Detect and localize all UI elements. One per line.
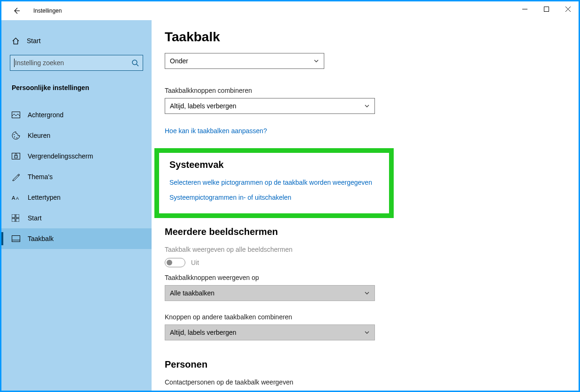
svg-rect-7 [15,156,17,158]
sidebar-item-colors[interactable]: Kleuren [1,125,152,146]
show-buttons-on-dropdown[interactable]: Alle taakbalken [165,285,375,301]
dropdown-value: Altijd, labels verbergen [170,329,237,336]
taskbar-icon [12,234,21,243]
svg-rect-11 [16,214,19,218]
back-button[interactable] [11,5,22,16]
sidebar-item-start[interactable]: Start [1,208,152,228]
svg-point-5 [16,137,17,138]
help-link[interactable]: Hoe kan ik taakbalken aanpassen? [165,127,267,135]
chevron-down-icon [364,290,370,296]
close-icon [565,7,571,12]
systray-system-icons-link[interactable]: Systeempictogrammen in- of uitschakelen [169,194,382,201]
systray-title: Systeemvak [169,159,382,170]
settings-window: Instellingen Start [1,1,579,391]
nav-list: Achtergrond Kleuren Vergrendelingsscherm… [1,105,152,249]
text-cursor [14,59,15,67]
arrow-left-icon [13,7,20,15]
category-title: Persoonlijke instellingen [1,71,152,91]
lockscreen-icon [12,151,21,161]
search-input-wrapper[interactable] [10,55,143,71]
themes-icon [12,172,21,181]
svg-rect-12 [12,219,15,222]
combine-buttons-dropdown[interactable]: Altijd, labels verbergen [165,98,375,114]
sidebar-item-lockscreen[interactable]: Vergrendelingsscherm [1,146,152,166]
people-contacts-label: Contactpersonen op de taakbalk weergeven [165,378,579,386]
chevron-down-icon [313,58,319,64]
sidebar-item-background[interactable]: Achtergrond [1,105,152,125]
systray-icons-link[interactable]: Selecteren welke pictogrammen op de taak… [169,179,382,186]
svg-rect-14 [12,236,20,242]
sidebar-item-label: Vergrendelingsscherm [28,152,93,160]
search-input[interactable] [15,59,131,67]
toggle-state: Uit [191,259,199,266]
sidebar-item-label: Lettertypen [28,194,61,201]
content-area: Taakbalk Onder Taakbalkknoppen combinere… [152,20,579,391]
sidebar-item-label: Taakbalk [28,235,53,242]
show-all-displays-toggle[interactable] [165,258,185,267]
colors-icon [12,131,21,140]
fonts-icon: AA [12,193,21,202]
svg-text:A: A [12,195,15,201]
svg-rect-13 [16,219,19,222]
home-icon [12,37,20,45]
multi-display-title: Meerdere beeldschermen [165,226,579,237]
start-icon [12,213,21,223]
svg-rect-15 [12,240,20,242]
dropdown-value: Altijd, labels verbergen [170,102,237,110]
close-button[interactable] [557,1,579,16]
show-all-displays-label: Taakbalk weergeven op alle beeldschermen [165,246,579,253]
sidebar-item-label: Thema's [28,173,53,181]
combine-other-label: Knoppen op andere taakbalken combineren [165,313,579,321]
minimize-button[interactable] [514,1,535,16]
sidebar-item-label: Kleuren [28,132,50,139]
svg-point-4 [14,136,15,137]
highlighted-section: Systeemvak Selecteren welke pictogrammen… [154,148,394,218]
window-title: Instellingen [33,8,62,14]
combine-label: Taakbalkknoppen combineren [165,87,579,94]
svg-text:A: A [16,196,19,201]
sidebar: Start Persoonlijke instellingen Achtergr… [1,20,152,391]
sidebar-item-themes[interactable]: Thema's [1,166,152,187]
sidebar-item-label: Start [28,214,42,222]
page-title: Taakbalk [165,30,579,45]
dropdown-value: Alle taakbalken [170,289,214,297]
people-title: Personen [165,359,579,370]
taskbar-position-dropdown[interactable]: Onder [165,53,324,69]
home-label: Start [27,37,41,45]
minimize-icon [522,7,527,12]
svg-point-3 [14,134,15,135]
home-button[interactable]: Start [1,31,152,50]
show-buttons-on-label: Taakbalkknoppen weergeven op [165,274,579,281]
dropdown-value: Onder [170,57,188,65]
toggle-knob [167,260,172,265]
chevron-down-icon [364,330,370,335]
svg-rect-10 [12,214,15,218]
maximize-icon [544,7,549,12]
sidebar-item-label: Achtergrond [28,111,63,119]
sidebar-item-taskbar[interactable]: Taakbalk [1,228,152,249]
combine-other-dropdown[interactable]: Altijd, labels verbergen [165,324,375,340]
svg-point-1 [132,60,137,65]
sidebar-item-fonts[interactable]: AA Lettertypen [1,187,152,208]
maximize-button[interactable] [535,1,557,16]
titlebar: Instellingen [1,1,579,20]
search-icon [131,59,139,67]
background-icon [12,110,21,120]
svg-rect-0 [544,7,549,11]
chevron-down-icon [364,103,370,109]
